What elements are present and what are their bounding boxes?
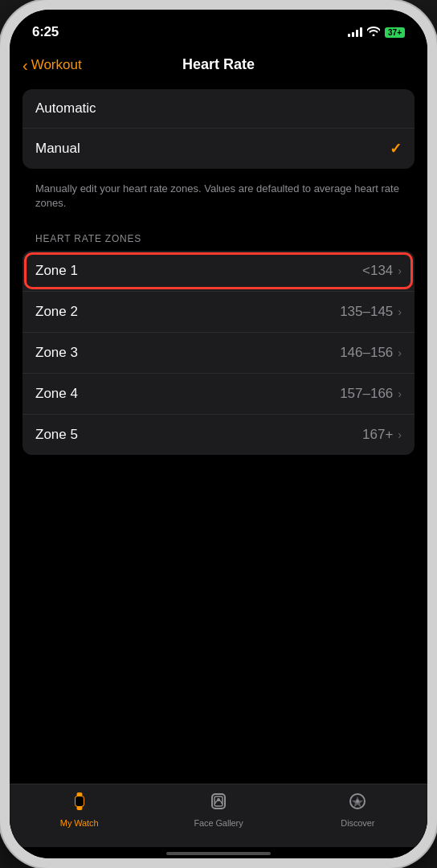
back-label: Workout	[31, 57, 82, 73]
watch-icon	[69, 791, 90, 815]
back-chevron-icon: ‹	[22, 57, 28, 73]
zone-4-row[interactable]: Zone 4 157–166 ›	[22, 374, 415, 415]
zone-5-label: Zone 5	[35, 427, 78, 443]
zone-2-row[interactable]: Zone 2 135–145 ›	[22, 292, 415, 333]
screen: 6:25 37+	[10, 10, 427, 858]
tab-gallery-label: Face Gallery	[194, 818, 243, 828]
zone-1-row[interactable]: Zone 1 <134 ›	[22, 251, 415, 292]
automatic-row[interactable]: Automatic	[22, 89, 415, 129]
chevron-right-icon: ›	[398, 428, 402, 441]
tab-face-gallery[interactable]: Face Gallery	[149, 791, 288, 828]
helper-text: Manually edit your heart rate zones. Val…	[22, 175, 415, 220]
notch	[166, 10, 271, 32]
zone-highlight-ring	[24, 252, 413, 289]
zone-2-right: 135–145 ›	[340, 304, 402, 320]
zone-1-label: Zone 1	[35, 263, 78, 279]
svg-rect-3	[76, 806, 82, 810]
chevron-right-icon: ›	[398, 305, 402, 318]
zone-5-row[interactable]: Zone 5 167+ ›	[22, 415, 415, 455]
status-icons: 37+	[348, 26, 405, 39]
phone-screen: 6:25 37+	[10, 10, 427, 858]
tab-my-watch[interactable]: My Watch	[10, 791, 149, 828]
chevron-right-icon: ›	[398, 387, 402, 400]
zone-3-value: 146–156	[340, 345, 393, 361]
zone-2-label: Zone 2	[35, 304, 78, 320]
tab-discover-label: Discover	[341, 818, 374, 828]
zone-1-right: <134 ›	[362, 263, 402, 279]
zone-4-label: Zone 4	[35, 386, 78, 402]
manual-row[interactable]: Manual ✓	[22, 129, 415, 169]
wifi-icon	[367, 26, 380, 39]
tab-bar: My Watch Face Gallery	[10, 784, 427, 847]
zone-3-right: 146–156 ›	[340, 345, 402, 361]
main-content: Automatic Manual ✓ Manually edit your he…	[10, 83, 427, 784]
automatic-label: Automatic	[35, 100, 96, 117]
manual-label: Manual	[35, 141, 80, 157]
section-header: HEART RATE ZONES	[22, 220, 415, 251]
svg-rect-1	[76, 796, 84, 806]
svg-rect-2	[76, 792, 82, 796]
tab-discover[interactable]: Discover	[288, 791, 427, 828]
phone-frame: 6:25 37+	[0, 0, 437, 868]
zones-card: Zone 1 <134 › Zone 2 135–145 ›	[22, 251, 415, 455]
chevron-right-icon: ›	[398, 264, 402, 277]
signal-icon	[348, 27, 362, 37]
nav-header: ‹ Workout Heart Rate	[10, 50, 427, 83]
home-indicator	[166, 852, 271, 855]
back-button[interactable]: ‹ Workout	[22, 57, 82, 73]
checkmark-icon: ✓	[390, 140, 402, 158]
zone-1-value: <134	[362, 263, 393, 279]
discover-icon	[347, 791, 368, 815]
tab-watch-label: My Watch	[60, 818, 99, 828]
chevron-right-icon: ›	[398, 346, 402, 359]
page-title: Heart Rate	[182, 56, 255, 73]
zone-4-value: 157–166	[340, 386, 393, 402]
battery-icon: 37+	[385, 27, 405, 38]
zone-5-value: 167+	[362, 427, 393, 443]
svg-point-9	[356, 800, 359, 803]
mode-selection-card: Automatic Manual ✓	[22, 89, 415, 169]
zone-2-value: 135–145	[340, 304, 393, 320]
zone-4-right: 157–166 ›	[340, 386, 402, 402]
zone-5-right: 167+ ›	[362, 427, 402, 443]
face-gallery-icon	[208, 791, 229, 815]
zone-3-label: Zone 3	[35, 345, 78, 361]
zone-3-row[interactable]: Zone 3 146–156 ›	[22, 333, 415, 374]
status-time: 6:25	[32, 24, 59, 40]
